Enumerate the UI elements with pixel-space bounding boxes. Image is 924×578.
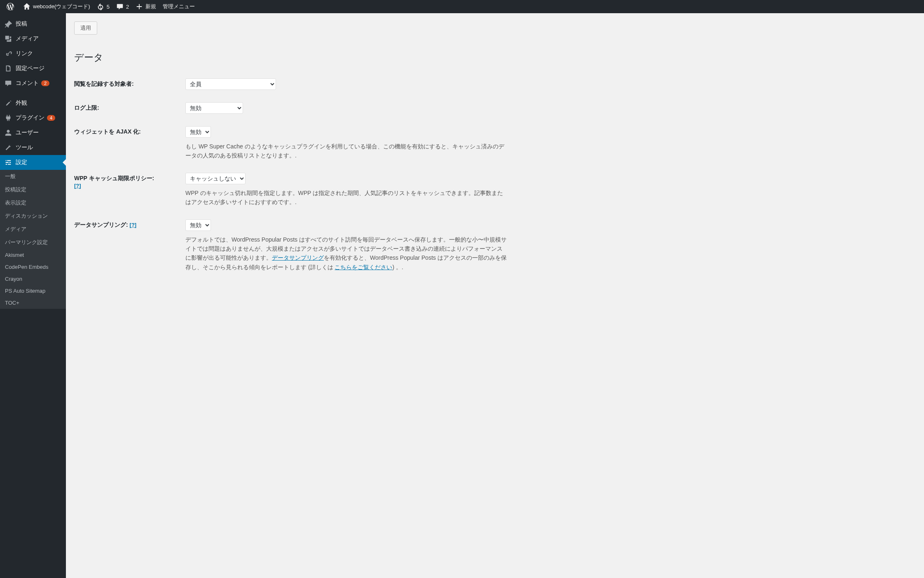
submenu-permalink[interactable]: パーマリンク設定 [0, 236, 66, 249]
sampling-desc: デフォルトでは、WordPress Popular Posts はすべてのサイト… [185, 235, 507, 272]
submenu-tocplus[interactable]: TOC+ [0, 297, 66, 309]
sampling-th: データサンプリング: [?] [74, 213, 181, 278]
updates-count: 5 [107, 4, 110, 10]
sampling-select[interactable]: 無効 [185, 219, 211, 231]
page-icon [4, 64, 12, 73]
settings-table: 閲覧を記録する対象者: 全員 ログ上限: 無効 ウィジェットを AJAX 化: … [74, 72, 916, 278]
media-icon [4, 35, 12, 43]
menu-pages[interactable]: 固定ページ [0, 61, 66, 76]
comment-icon [4, 79, 12, 87]
log-views-label: 閲覧を記録する対象者: [74, 72, 181, 96]
cache-policy-th: WPP キャッシュ期限ポリシー:[?] [74, 167, 181, 213]
menu-users-label: ユーザー [16, 129, 39, 136]
sampling-label: データサンプリング: [74, 221, 128, 228]
submenu-codepen[interactable]: CodePen Embeds [0, 261, 66, 273]
user-icon [4, 129, 12, 137]
wordpress-icon [7, 3, 14, 10]
cache-policy-desc: WPP のキャッシュ切れ期間を指定します。WPP は指定された期間、人気記事のリ… [185, 188, 507, 207]
menu-tools-label: ツール [16, 144, 33, 151]
admin-bar: webcode(ウェブコード) 5 2 新規 管理メニュー [0, 0, 924, 13]
admin-sidebar: 投稿 メディア リンク 固定ページ コメント2 外観 プラグイン4 ユーザー ツ… [0, 13, 66, 578]
menu-comments-label: コメント [16, 80, 39, 87]
admin-menu-label: 管理メニュー [163, 3, 195, 10]
submenu-psauto[interactable]: PS Auto Sitemap [0, 285, 66, 297]
plugin-icon [4, 114, 12, 122]
ajax-widget-desc: もし WP Super Cache のようなキャッシュプラグインを利用している場… [185, 142, 507, 160]
menu-posts[interactable]: 投稿 [0, 16, 66, 31]
ajax-widget-label: ウィジェットを AJAX 化: [74, 120, 181, 167]
comments-count-bar: 2 [126, 4, 129, 10]
submenu-crayon[interactable]: Crayon [0, 273, 66, 285]
menu-settings[interactable]: 設定 [0, 155, 66, 170]
menu-settings-label: 設定 [16, 159, 27, 166]
admin-menu-link[interactable]: 管理メニュー [159, 0, 198, 13]
sampling-link-1[interactable]: データサンプリング [272, 254, 324, 261]
menu-comments[interactable]: コメント2 [0, 76, 66, 91]
menu-pages-label: 固定ページ [16, 65, 44, 72]
sliders-icon [4, 158, 12, 167]
new-label: 新規 [145, 3, 156, 10]
menu-users[interactable]: ユーザー [0, 125, 66, 140]
sampling-help-icon[interactable]: [?] [130, 222, 137, 228]
menu-appearance-label: 外観 [16, 99, 27, 107]
updates-link[interactable]: 5 [94, 0, 113, 13]
link-icon [4, 49, 12, 58]
plus-icon [136, 3, 143, 10]
menu-links-label: リンク [16, 50, 33, 57]
brush-icon [4, 99, 12, 107]
menu-links[interactable]: リンク [0, 46, 66, 61]
log-limit-label: ログ上限: [74, 96, 181, 120]
site-link[interactable]: webcode(ウェブコード) [20, 0, 94, 13]
cache-policy-select[interactable]: キャッシュしない [185, 173, 246, 184]
comments-badge: 2 [41, 80, 49, 86]
apply-button[interactable]: 適用 [74, 21, 97, 35]
menu-plugins-label: プラグイン [16, 114, 44, 122]
site-name: webcode(ウェブコード) [33, 3, 90, 10]
menu-media-label: メディア [16, 35, 39, 42]
cache-policy-label: WPP キャッシュ期限ポリシー: [74, 175, 154, 181]
menu-media[interactable]: メディア [0, 31, 66, 46]
submenu-akismet[interactable]: Akismet [0, 249, 66, 261]
menu-tools[interactable]: ツール [0, 140, 66, 155]
menu-posts-label: 投稿 [16, 20, 27, 28]
comment-icon [116, 3, 124, 10]
new-link[interactable]: 新規 [132, 0, 159, 13]
pin-icon [4, 20, 12, 28]
plugins-badge: 4 [47, 115, 55, 121]
cache-policy-help-icon[interactable]: [?] [74, 183, 81, 189]
sampling-link-2[interactable]: こちらをご覧ください [335, 264, 392, 270]
comments-link[interactable]: 2 [113, 0, 132, 13]
wp-logo-link[interactable] [3, 0, 20, 13]
main-content: 適用 データ 閲覧を記録する対象者: 全員 ログ上限: 無効 ウィジェットを A… [66, 13, 924, 578]
log-views-select[interactable]: 全員 [185, 78, 276, 90]
ajax-widget-select[interactable]: 無効 [185, 126, 211, 138]
submenu-discussion[interactable]: ディスカッション [0, 209, 66, 223]
refresh-icon [97, 3, 104, 10]
wrench-icon [4, 143, 12, 152]
submenu-writing[interactable]: 投稿設定 [0, 183, 66, 196]
submenu-media[interactable]: メディア [0, 223, 66, 236]
menu-appearance[interactable]: 外観 [0, 96, 66, 110]
home-icon [23, 3, 30, 10]
section-title: データ [74, 51, 916, 64]
settings-submenu: 一般 投稿設定 表示設定 ディスカッション メディア パーマリンク設定 Akis… [0, 170, 66, 309]
submenu-general[interactable]: 一般 [0, 170, 66, 183]
log-limit-select[interactable]: 無効 [185, 102, 243, 114]
submenu-reading[interactable]: 表示設定 [0, 196, 66, 209]
menu-plugins[interactable]: プラグイン4 [0, 110, 66, 125]
